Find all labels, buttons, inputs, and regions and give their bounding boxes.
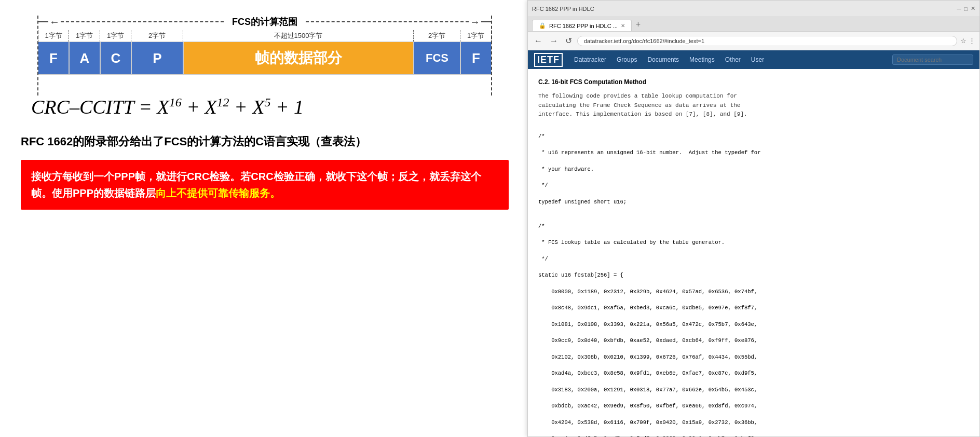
frame-box-data: 帧的数据部分 <box>183 42 414 75</box>
nav-datatracker[interactable]: Datatracker <box>569 56 611 63</box>
desc-line-1: calculating the Frame Check Sequence as … <box>538 101 969 111</box>
desc-line-0: The following code provides a table look… <box>538 92 969 101</box>
static-decl: static u16 fcstab[256] = { <box>538 271 969 280</box>
browser-title: RFC 1662 PPP in HDLC <box>532 6 957 12</box>
comment1-open: /* <box>538 133 969 141</box>
byte-label-1: 1字节 <box>69 30 100 42</box>
byte-label-2: 1字节 <box>100 30 131 42</box>
byte-label-5: 2字节 <box>414 30 460 42</box>
typedef-line: typedef unsigned short u16; <box>538 198 969 207</box>
desc-line-2: interface. This implementation is based … <box>538 110 969 119</box>
frame-box-fcs: FCS <box>414 42 460 75</box>
code-line-4: 0x2102, 0x308b, 0x0210, 0x1399, 0x6726, … <box>538 353 969 362</box>
reload-button[interactable]: ↺ <box>563 35 574 47</box>
code-block: /* * u16 represents an unsigned 16-bit n… <box>538 125 969 437</box>
fcs-range-label: FCS的计算范围 <box>224 16 306 28</box>
nav-user[interactable]: User <box>746 56 769 63</box>
new-tab-button[interactable]: + <box>632 18 645 31</box>
menu-icon[interactable]: ⋮ <box>969 37 975 45</box>
comment2-body: * FCS lookup table as calculated by the … <box>538 239 969 247</box>
left-panel: ← FCS的计算范围 → 1字节 1字节 1字节 2字节 不超过1500字节 2… <box>0 0 529 437</box>
code-line-7: 0xbdcb, 0xac42, 0x9ed9, 0x8f50, 0xfbef, … <box>538 402 969 411</box>
browser-tab-active[interactable]: 🔒 RFC 1662 PPP in HDLC ... ✕ <box>532 20 632 31</box>
address-bar-row: ← → ↺ ☆ ⋮ <box>528 32 979 50</box>
description-lines: The following code provides a table look… <box>538 92 969 119</box>
forward-button[interactable]: → <box>548 35 560 47</box>
bookmark-icon[interactable]: ☆ <box>960 37 967 45</box>
byte-label-6: 1字节 <box>460 30 492 42</box>
browser-titlebar: RFC 1662 PPP in HDLC ─ □ ✕ <box>528 1 979 17</box>
browser-window: RFC 1662 PPP in HDLC ─ □ ✕ 🔒 RFC 1662 PP… <box>527 0 980 437</box>
code-line-8: 0x4204, 0x538d, 0x6116, 0x709f, 0x0420, … <box>538 419 969 427</box>
close-window-btn[interactable]: ✕ <box>971 5 975 12</box>
nav-meetings[interactable]: Meetings <box>684 56 720 63</box>
nav-other[interactable]: Other <box>720 56 746 63</box>
byte-label-0: 1字节 <box>38 30 69 42</box>
ietf-logo: IETF <box>534 53 563 67</box>
tab-close-btn[interactable]: ✕ <box>621 23 625 29</box>
minimize-btn[interactable]: ─ <box>957 6 961 12</box>
frame-box-f1: F <box>38 42 69 75</box>
code-line-0: 0x0000, 0x1189, 0x2312, 0x329b, 0x4624, … <box>538 288 969 296</box>
formula-area: CRC–CCITT = X16 + X12 + X5 + 1 <box>21 95 509 118</box>
frame-box-p: P <box>131 42 183 75</box>
code-line-5: 0xad4a, 0xbcc3, 0x8e58, 0x9fd1, 0xeb6e, … <box>538 370 969 378</box>
frame-box-a: A <box>69 42 100 75</box>
description-text: RFC 1662的附录部分给出了FCS的计算方法的C语言实现（查表法） <box>21 134 509 149</box>
warning-text-highlight: 向上不提供可靠传输服务。 <box>156 187 280 199</box>
warning-box: 接收方每收到一个PPP帧，就进行CRC检验。若CRC检验正确，就收下这个帧；反之… <box>21 160 509 210</box>
byte-label-4: 不超过1500字节 <box>183 30 414 42</box>
byte-label-3: 2字节 <box>131 30 183 42</box>
maximize-btn[interactable]: □ <box>964 6 968 12</box>
back-button[interactable]: ← <box>532 35 545 47</box>
browser-content: C.2. 16-bit FCS Computation Method The f… <box>528 69 979 437</box>
frame-box-c: C <box>100 42 131 75</box>
ietf-nav: IETF Datatracker Groups Documents Meetin… <box>528 50 979 69</box>
section-heading: C.2. 16-bit FCS Computation Method <box>538 77 969 87</box>
nav-documents[interactable]: Documents <box>642 56 684 63</box>
code-line-9: 0xce4c, 0xdfc5, 0xed5e, 0xfcd7, 0x8868, … <box>538 435 969 437</box>
code-line-2: 0x1081, 0x0108, 0x3393, 0x221a, 0x56a5, … <box>538 321 969 329</box>
browser-actions: ☆ ⋮ <box>960 37 975 45</box>
tab-label: RFC 1662 PPP in HDLC ... <box>549 23 618 29</box>
tab-bar: 🔒 RFC 1662 PPP in HDLC ... ✕ + <box>528 17 979 32</box>
comment2-close: */ <box>538 255 969 264</box>
comment1-body2: * your hardware. <box>538 166 969 174</box>
document-search-input[interactable] <box>892 54 973 65</box>
comment1-body: * u16 represents an unsigned 16-bit numb… <box>538 149 969 157</box>
address-input[interactable] <box>577 36 957 46</box>
comment1-close: */ <box>538 182 969 190</box>
fcs-diagram: ← FCS的计算范围 → 1字节 1字节 1字节 2字节 不超过1500字节 2… <box>21 16 509 75</box>
code-line-3: 0x9cc9, 0x8d40, 0xbfdb, 0xae52, 0xdaed, … <box>538 337 969 345</box>
code-line-1: 0x8c48, 0x9dc1, 0xaf5a, 0xbed3, 0xca6c, … <box>538 304 969 312</box>
nav-groups[interactable]: Groups <box>611 56 642 63</box>
formula-text: CRC–CCITT = X16 + X12 + X5 + 1 <box>31 96 304 118</box>
frame-box-f2: F <box>460 42 492 75</box>
code-line-6: 0x3183, 0x200a, 0x1291, 0x0318, 0x77a7, … <box>538 386 969 394</box>
comment2-open: /* <box>538 223 969 231</box>
